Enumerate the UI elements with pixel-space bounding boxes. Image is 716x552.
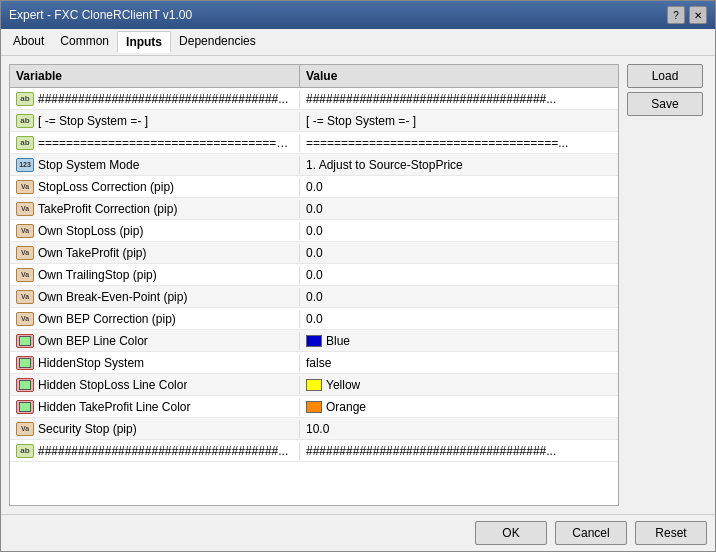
value-cell: 0.0	[300, 222, 618, 240]
variable-label: Hidden TakeProfit Line Color	[38, 400, 191, 414]
value-cell: Blue	[300, 332, 618, 350]
parameters-table: Variable Value ab#######################…	[9, 64, 619, 506]
table-row[interactable]: VaOwn Break-Even-Point (pip)0.0	[10, 286, 618, 308]
value-label: Blue	[326, 334, 350, 348]
variable-label: Own TakeProfit (pip)	[38, 246, 147, 260]
variable-label: ####################################...	[38, 444, 288, 458]
value-cell: 0.0	[300, 310, 618, 328]
variable-cell: VaStopLoss Correction (pip)	[10, 178, 300, 196]
menu-about[interactable]: About	[5, 31, 52, 53]
value-label: 0.0	[306, 246, 323, 260]
variable-cell: ab[ -= Stop System =- ]	[10, 112, 300, 130]
close-button[interactable]: ✕	[689, 6, 707, 24]
variable-cell: VaSecurity Stop (pip)	[10, 420, 300, 438]
value-cell: 0.0	[300, 266, 618, 284]
variable-cell: Own BEP Line Color	[10, 332, 300, 350]
variable-cell: ab====================================..…	[10, 134, 300, 152]
save-button[interactable]: Save	[627, 92, 703, 116]
value-label: 1. Adjust to Source-StopPrice	[306, 158, 463, 172]
variable-label: [ -= Stop System =- ]	[38, 114, 148, 128]
bottom-bar: OK Cancel Reset	[1, 514, 715, 551]
value-label: 0.0	[306, 268, 323, 282]
table-row[interactable]: VaTakeProfit Correction (pip)0.0	[10, 198, 618, 220]
load-button[interactable]: Load	[627, 64, 703, 88]
table-row[interactable]: VaStopLoss Correction (pip)0.0	[10, 176, 618, 198]
table-row[interactable]: HiddenStop Systemfalse	[10, 352, 618, 374]
header-variable: Variable	[10, 65, 300, 87]
variable-cell: VaOwn TrailingStop (pip)	[10, 266, 300, 284]
variable-label: StopLoss Correction (pip)	[38, 180, 174, 194]
value-label: 0.0	[306, 202, 323, 216]
table-row[interactable]: Hidden StopLoss Line ColorYellow	[10, 374, 618, 396]
value-cell: ====================================...	[300, 134, 618, 152]
variable-cell: VaOwn TakeProfit (pip)	[10, 244, 300, 262]
value-cell: 1. Adjust to Source-StopPrice	[300, 156, 618, 174]
main-window: Expert - FXC CloneRClientT v1.00 ? ✕ Abo…	[0, 0, 716, 552]
color-swatch	[306, 335, 322, 347]
cancel-button[interactable]: Cancel	[555, 521, 627, 545]
variable-label: Own StopLoss (pip)	[38, 224, 143, 238]
table-row[interactable]: VaOwn TrailingStop (pip)0.0	[10, 264, 618, 286]
color-icon	[16, 334, 34, 348]
ab-icon: ab	[16, 136, 34, 150]
ok-button[interactable]: OK	[475, 521, 547, 545]
variable-cell: VaOwn BEP Correction (pip)	[10, 310, 300, 328]
value-label: 0.0	[306, 290, 323, 304]
table-header: Variable Value	[10, 65, 618, 88]
table-row[interactable]: ab====================================..…	[10, 132, 618, 154]
value-cell: 10.0	[300, 420, 618, 438]
variable-cell: Hidden TakeProfit Line Color	[10, 398, 300, 416]
value-cell: false	[300, 354, 618, 372]
table-row[interactable]: VaOwn TakeProfit (pip)0.0	[10, 242, 618, 264]
table-row[interactable]: ab####################################..…	[10, 440, 618, 462]
menu-bar: About Common Inputs Dependencies	[1, 29, 715, 56]
value-label: 0.0	[306, 180, 323, 194]
value-cell: ####################################...	[300, 442, 618, 460]
variable-label: TakeProfit Correction (pip)	[38, 202, 177, 216]
va-icon: Va	[16, 180, 34, 194]
table-row[interactable]: Own BEP Line ColorBlue	[10, 330, 618, 352]
variable-cell: ab####################################..…	[10, 442, 300, 460]
value-label: ####################################...	[306, 444, 556, 458]
ab-icon: ab	[16, 92, 34, 106]
value-label: 10.0	[306, 422, 329, 436]
variable-cell: VaOwn StopLoss (pip)	[10, 222, 300, 240]
variable-label: Stop System Mode	[38, 158, 139, 172]
table-row[interactable]: ab[ -= Stop System =- ][ -= Stop System …	[10, 110, 618, 132]
table-row[interactable]: VaSecurity Stop (pip)10.0	[10, 418, 618, 440]
window-title: Expert - FXC CloneRClientT v1.00	[9, 8, 192, 22]
variable-cell: VaTakeProfit Correction (pip)	[10, 200, 300, 218]
value-cell: 0.0	[300, 288, 618, 306]
numeric-icon: 123	[16, 158, 34, 172]
color-swatch	[306, 379, 322, 391]
help-button[interactable]: ?	[667, 6, 685, 24]
va-icon: Va	[16, 246, 34, 260]
value-cell: ####################################...	[300, 90, 618, 108]
variable-cell: VaOwn Break-Even-Point (pip)	[10, 288, 300, 306]
value-label: [ -= Stop System =- ]	[306, 114, 416, 128]
content-area: Variable Value ab#######################…	[1, 56, 715, 514]
table-row[interactable]: ab####################################..…	[10, 88, 618, 110]
variable-label: Own BEP Correction (pip)	[38, 312, 176, 326]
ab-icon: ab	[16, 444, 34, 458]
variable-label: Security Stop (pip)	[38, 422, 137, 436]
table-row[interactable]: 123Stop System Mode1. Adjust to Source-S…	[10, 154, 618, 176]
color-icon	[16, 400, 34, 414]
table-row[interactable]: VaOwn BEP Correction (pip)0.0	[10, 308, 618, 330]
table-body[interactable]: ab####################################..…	[10, 88, 618, 505]
value-cell: Yellow	[300, 376, 618, 394]
color-icon	[16, 378, 34, 392]
va-icon: Va	[16, 312, 34, 326]
table-row[interactable]: VaOwn StopLoss (pip)0.0	[10, 220, 618, 242]
menu-dependencies[interactable]: Dependencies	[171, 31, 264, 53]
title-bar: Expert - FXC CloneRClientT v1.00 ? ✕	[1, 1, 715, 29]
table-row[interactable]: Hidden TakeProfit Line ColorOrange	[10, 396, 618, 418]
variable-label: Own Break-Even-Point (pip)	[38, 290, 187, 304]
menu-inputs[interactable]: Inputs	[117, 31, 171, 53]
menu-common[interactable]: Common	[52, 31, 117, 53]
variable-label: Hidden StopLoss Line Color	[38, 378, 187, 392]
color-icon	[16, 356, 34, 370]
value-label: ====================================...	[306, 136, 568, 150]
color-swatch	[306, 401, 322, 413]
reset-button[interactable]: Reset	[635, 521, 707, 545]
